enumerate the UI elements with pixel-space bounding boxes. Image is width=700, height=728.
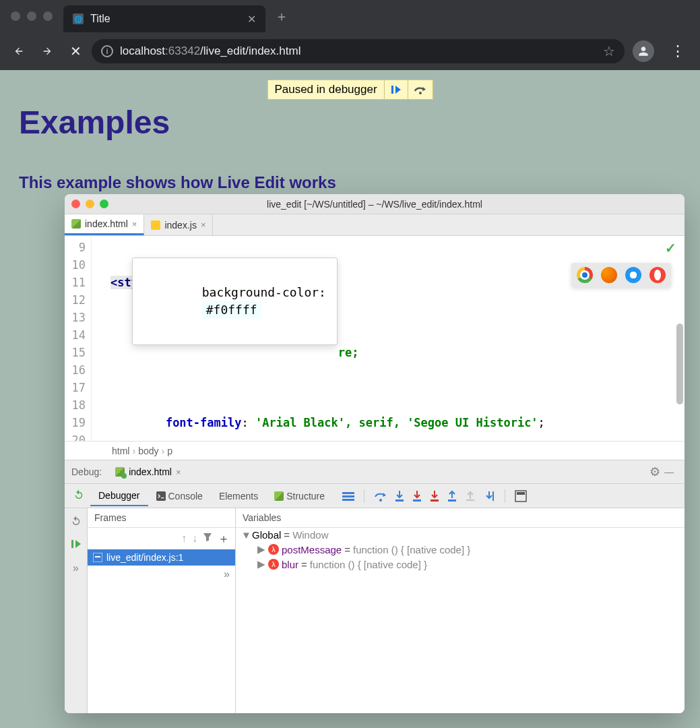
paused-label: Paused in debugger xyxy=(267,80,383,99)
close-icon[interactable]: × xyxy=(176,467,181,477)
editor-tabs: index.html × index.js × xyxy=(65,214,685,236)
close-tab-icon[interactable]: ✕ xyxy=(247,13,256,26)
line-gutter[interactable]: 910111213141516171819202122232425 xyxy=(65,236,92,441)
svg-rect-8 xyxy=(413,499,421,502)
resume-icon xyxy=(390,84,402,95)
debugger-tab[interactable]: Debugger xyxy=(90,486,148,506)
step-button[interactable] xyxy=(408,80,433,99)
restart-button[interactable] xyxy=(69,514,84,528)
ide-close[interactable] xyxy=(71,200,80,208)
ide-title: live_edit [~/WS/untitled] – ~/WS/live_ed… xyxy=(267,199,482,210)
ide-maximize[interactable] xyxy=(100,200,108,208)
variable-row[interactable]: ▼ Global = Window xyxy=(236,528,685,542)
svg-rect-2 xyxy=(156,491,166,501)
prev-frame-icon[interactable]: ↑ xyxy=(181,533,187,545)
debug-config-tab[interactable]: index.html × xyxy=(110,464,186,480)
browser-menu-button[interactable]: ⋮ xyxy=(662,42,693,60)
rerun-icon xyxy=(73,489,85,501)
drop-frame-icon[interactable] xyxy=(464,490,476,502)
var-value: function () { [native code] } xyxy=(310,559,427,570)
arrow-right-icon xyxy=(42,46,53,57)
site-info-icon[interactable]: i xyxy=(101,45,113,57)
back-button[interactable] xyxy=(7,39,31,63)
console-icon xyxy=(156,491,166,501)
ide-titlebar[interactable]: live_edit [~/WS/untitled] – ~/WS/live_ed… xyxy=(65,194,685,214)
next-frame-icon[interactable]: ↓ xyxy=(192,533,197,545)
close-tab-icon[interactable]: × xyxy=(201,220,206,230)
svg-rect-11 xyxy=(492,491,494,501)
run-to-cursor-icon[interactable] xyxy=(483,490,495,502)
debug-config-name: index.html xyxy=(129,466,172,477)
forward-button[interactable] xyxy=(35,39,59,63)
page-heading: Examples xyxy=(19,104,681,141)
new-tab-button[interactable]: ＋ xyxy=(265,7,298,26)
caret-right-icon[interactable]: ▶ xyxy=(257,543,265,555)
code-area[interactable]: background-color: #f0ffff <style> re; fo… xyxy=(92,236,685,441)
variable-row[interactable]: ▶ λ postMessage = function () { [native … xyxy=(236,542,685,557)
frames-panel: Frames ↑ ↓ ＋ live_edit/index.js:1 » xyxy=(88,508,236,713)
browser-tab[interactable]: 🌐 Title ✕ xyxy=(63,5,265,32)
breadcrumb-item[interactable]: html xyxy=(112,446,129,456)
chevron-right-icon: › xyxy=(132,446,135,456)
step-out-icon[interactable] xyxy=(447,490,457,502)
window-minimize[interactable] xyxy=(27,11,36,21)
structure-tab[interactable]: Structure xyxy=(266,487,333,506)
filter-icon[interactable] xyxy=(203,533,212,545)
more-frames-icon[interactable]: » xyxy=(88,566,235,583)
gear-icon[interactable]: ⚙ xyxy=(649,464,660,479)
resume-button[interactable] xyxy=(384,80,408,99)
restart-icon xyxy=(70,515,82,527)
more-icon[interactable]: » xyxy=(70,559,82,577)
svg-rect-10 xyxy=(448,499,456,502)
debug-sidebar: » xyxy=(65,508,88,713)
evaluate-icon[interactable] xyxy=(515,490,527,502)
breadcrumb-item[interactable]: p xyxy=(167,446,172,456)
js-file-icon xyxy=(151,220,160,230)
window-close[interactable] xyxy=(11,11,20,21)
svg-point-1 xyxy=(419,92,422,94)
svg-rect-16 xyxy=(95,556,100,557)
caret-down-icon[interactable]: ▼ xyxy=(241,529,249,541)
ide-minimize[interactable] xyxy=(86,200,94,208)
editor-tab-index-html[interactable]: index.html × xyxy=(65,214,144,235)
stop-button[interactable]: ✕ xyxy=(63,39,88,63)
svg-rect-7 xyxy=(395,499,404,502)
stack-frame[interactable]: live_edit/index.js:1 xyxy=(88,549,235,566)
step-over-icon xyxy=(414,84,427,95)
debugger-paused-overlay: Paused in debugger xyxy=(267,80,433,100)
breadcrumb-item[interactable]: body xyxy=(138,446,158,456)
frames-toolbar: ↑ ↓ ＋ xyxy=(88,528,235,549)
close-tab-icon[interactable]: × xyxy=(132,219,137,229)
browser-navbar: ✕ i localhost:63342/live_edit/index.html… xyxy=(0,32,700,70)
tooltip-value: #f0ffff xyxy=(202,301,261,318)
caret-right-icon[interactable]: ▶ xyxy=(257,558,265,570)
elements-tab[interactable]: Elements xyxy=(211,487,266,506)
force-step-into-icon[interactable] xyxy=(412,490,422,502)
add-icon[interactable]: ＋ xyxy=(218,530,230,547)
rerun-button[interactable] xyxy=(67,489,90,503)
smart-step-into-icon[interactable] xyxy=(429,490,440,502)
debug-toolbar: Debugger Console Elements Structure xyxy=(65,484,685,508)
resume-program-button[interactable] xyxy=(69,537,84,551)
profile-button[interactable] xyxy=(633,40,654,62)
separator xyxy=(505,489,505,503)
threads-icon[interactable] xyxy=(342,491,354,501)
person-icon xyxy=(637,44,650,58)
html-file-icon xyxy=(115,467,125,477)
bookmark-icon[interactable]: ☆ xyxy=(603,43,615,59)
debug-label: Debug: xyxy=(71,466,102,477)
variable-row[interactable]: ▶ λ blur = function () { [native code] } xyxy=(236,557,685,572)
breadcrumb[interactable]: html › body › p xyxy=(65,441,685,460)
console-tab[interactable]: Console xyxy=(148,487,211,506)
step-into-icon[interactable] xyxy=(394,490,405,502)
resume-icon xyxy=(70,539,82,549)
editor-tab-index-js[interactable]: index.js × xyxy=(144,214,213,235)
editor-area[interactable]: ✓ 910111213141516171819202122232425 back… xyxy=(65,236,685,441)
html-file-icon xyxy=(274,491,284,501)
step-over-icon[interactable] xyxy=(374,490,387,502)
address-bar[interactable]: i localhost:63342/live_edit/index.html ☆ xyxy=(92,39,625,63)
tab-label: index.js xyxy=(164,220,196,231)
hide-panel-icon[interactable]: — xyxy=(660,466,678,477)
window-maximize[interactable] xyxy=(43,11,53,21)
chevron-right-icon: › xyxy=(161,446,164,456)
